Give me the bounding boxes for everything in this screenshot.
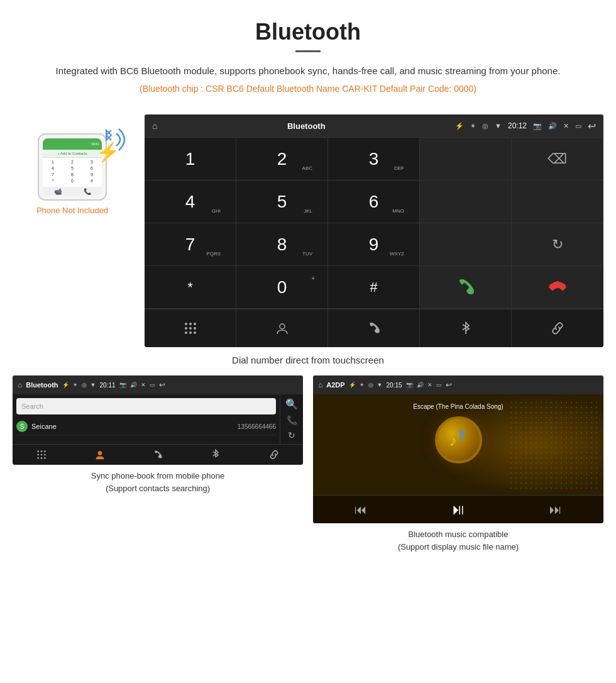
- description-text: Integrated with BC6 Bluetooth module, su…: [50, 64, 566, 79]
- phonebook-screen-wrap: ⌂ Bluetooth ⚡ ✴ ◎ ▼ 20:11 📷 🔊 ✕ ▭ ↩ Sear…: [13, 375, 303, 553]
- key-refresh[interactable]: ↻: [512, 223, 603, 266]
- pb-vol-icon[interactable]: 🔊: [130, 382, 137, 388]
- prev-track-button[interactable]: ⏮: [355, 503, 367, 517]
- action-phone[interactable]: [328, 309, 420, 347]
- music-screen: ⌂ A2DP ⚡ ✴ ◎ ▼ 20:15 📷 🔊 ✕ ▭ ↩: [313, 375, 603, 523]
- key-5[interactable]: 5 JKL: [236, 180, 328, 223]
- pb-close-icon[interactable]: ✕: [141, 382, 146, 388]
- contact-name: Seicane: [31, 423, 238, 430]
- key-delete[interactable]: ⌫: [512, 138, 603, 180]
- pb-time: 20:11: [100, 382, 116, 389]
- svg-point-24: [97, 451, 102, 455]
- pb-home-icon[interactable]: ⌂: [18, 380, 22, 389]
- key-8[interactable]: 8 TUV: [236, 223, 328, 266]
- key-3[interactable]: 3 DEF: [328, 138, 420, 180]
- pb-screen-title: Bluetooth: [26, 381, 58, 389]
- pb-bottom-bluetooth[interactable]: [187, 448, 245, 461]
- svg-rect-26: [509, 401, 597, 489]
- svg-text:⚡: ⚡: [96, 141, 120, 164]
- ms-vol-icon[interactable]: 🔊: [417, 382, 424, 388]
- key-2[interactable]: 2 ABC: [236, 138, 328, 180]
- pb-search-icon[interactable]: 🔍: [285, 398, 298, 410]
- back-icon[interactable]: ↩: [588, 120, 596, 132]
- pb-fs-icon[interactable]: ▭: [150, 382, 155, 388]
- camera-icon[interactable]: 📷: [533, 122, 542, 130]
- svg-text:♪: ♪: [449, 431, 458, 449]
- bluetooth-waves-icon: ⚡: [91, 124, 129, 174]
- spec-text: (Bluetooth chip : CSR BC6 Default Blueto…: [50, 84, 566, 94]
- svg-point-20: [44, 454, 46, 456]
- ms-loc-icon: ◎: [368, 382, 373, 388]
- main-content: ⚡ WIFI + Add to Contacts: [0, 114, 616, 347]
- music-content: Escape (The Pina Colada Song) ♪: [313, 394, 603, 495]
- key-star[interactable]: *: [145, 266, 236, 309]
- svg-point-15: [38, 450, 40, 452]
- home-icon[interactable]: ⌂: [152, 121, 157, 131]
- pb-call-icon[interactable]: 📞: [287, 415, 297, 425]
- pb-back-icon[interactable]: ↩: [159, 380, 165, 389]
- key-0[interactable]: 0 +: [236, 266, 328, 309]
- bottom-screens: ⌂ Bluetooth ⚡ ✴ ◎ ▼ 20:11 📷 🔊 ✕ ▭ ↩ Sear…: [0, 375, 616, 553]
- ms-camera-icon[interactable]: 📷: [406, 382, 413, 388]
- key-9[interactable]: 9 WXYZ: [328, 223, 420, 266]
- fullscreen-icon[interactable]: ▭: [575, 122, 581, 130]
- search-placeholder: Search: [21, 403, 271, 410]
- key-end-call[interactable]: [512, 266, 603, 309]
- music-song-title: Escape (The Pina Colada Song): [413, 403, 503, 410]
- ms-home-icon[interactable]: ⌂: [318, 380, 322, 389]
- contact-number: 13566664466: [238, 423, 276, 430]
- phone-illustration: ⚡ WIFI + Add to Contacts: [13, 114, 132, 215]
- key-1[interactable]: 1: [145, 138, 236, 180]
- pb-refresh-icon[interactable]: ↻: [288, 430, 295, 440]
- svg-point-16: [41, 450, 43, 452]
- header-section: Bluetooth Integrated with BC6 Bluetooth …: [0, 0, 616, 114]
- ms-back-icon[interactable]: ↩: [446, 380, 452, 389]
- svg-point-4: [185, 323, 187, 325]
- play-pause-button[interactable]: ⏯: [451, 501, 466, 518]
- close-icon[interactable]: ✕: [563, 122, 569, 130]
- dialer-grid: 1 2 ABC 3 DEF ⌫ 4 GHI 5 JKL: [145, 137, 603, 309]
- pb-bt-icon: ✴: [73, 382, 78, 388]
- search-bar[interactable]: Search: [16, 398, 276, 414]
- car-screen-title: Bluetooth: [163, 121, 449, 131]
- pb-bottom-dialpad[interactable]: [13, 448, 70, 461]
- action-dialpad[interactable]: [145, 309, 236, 347]
- svg-point-13: [280, 324, 285, 329]
- action-link[interactable]: [512, 309, 603, 347]
- key-hash[interactable]: #: [328, 266, 420, 309]
- phone-wrapper: ⚡ WIFI + Add to Contacts: [38, 133, 107, 201]
- svg-point-5: [189, 323, 192, 325]
- key-4[interactable]: 4 GHI: [145, 180, 236, 223]
- phonebook-status-bar: ⌂ Bluetooth ⚡ ✴ ◎ ▼ 20:11 📷 🔊 ✕ ▭ ↩: [13, 375, 303, 394]
- wifi-icon: ▼: [495, 122, 502, 130]
- music-status-bar: ⌂ A2DP ⚡ ✴ ◎ ▼ 20:15 📷 🔊 ✕ ▭ ↩: [313, 375, 603, 394]
- music-screen-wrap: ⌂ A2DP ⚡ ✴ ◎ ▼ 20:15 📷 🔊 ✕ ▭ ↩: [313, 375, 603, 553]
- key-empty-4: [420, 223, 512, 266]
- key-7[interactable]: 7 PQRS: [145, 223, 236, 266]
- key-empty-3: [512, 180, 603, 223]
- title-divider: [295, 50, 321, 52]
- pb-bottom-contacts[interactable]: [70, 448, 128, 461]
- key-call[interactable]: [420, 266, 512, 309]
- location-icon: ◎: [482, 122, 488, 130]
- page-title: Bluetooth: [50, 19, 566, 45]
- ms-close-icon[interactable]: ✕: [427, 382, 432, 388]
- pb-bottom-link[interactable]: [245, 448, 303, 461]
- pb-bottom-phone[interactable]: [129, 448, 187, 461]
- key-empty-1: [420, 138, 512, 180]
- ms-fs-icon[interactable]: ▭: [436, 382, 442, 388]
- ms-bt-icon: ✴: [360, 382, 365, 388]
- action-contacts[interactable]: [236, 309, 328, 347]
- pb-camera-icon[interactable]: 📷: [119, 382, 126, 388]
- action-bluetooth[interactable]: [420, 309, 512, 347]
- ms-usb-icon: ⚡: [349, 382, 356, 388]
- next-track-button[interactable]: ⏭: [549, 503, 562, 517]
- contact-row[interactable]: S Seicane 13566664466: [16, 418, 276, 435]
- volume-icon[interactable]: 🔊: [548, 122, 557, 130]
- key-6[interactable]: 6 MNO: [328, 180, 420, 223]
- car-status-bar: ⌂ Bluetooth ⚡ ✴ ◎ ▼ 20:12 📷 🔊 ✕ ▭ ↩: [145, 114, 603, 137]
- phonebook-bottom-bar: [13, 444, 303, 465]
- pb-usb-icon: ⚡: [62, 382, 69, 388]
- svg-point-22: [41, 457, 43, 459]
- phonebook-caption: Sync phone-book from mobile phone(Suppor…: [13, 470, 303, 494]
